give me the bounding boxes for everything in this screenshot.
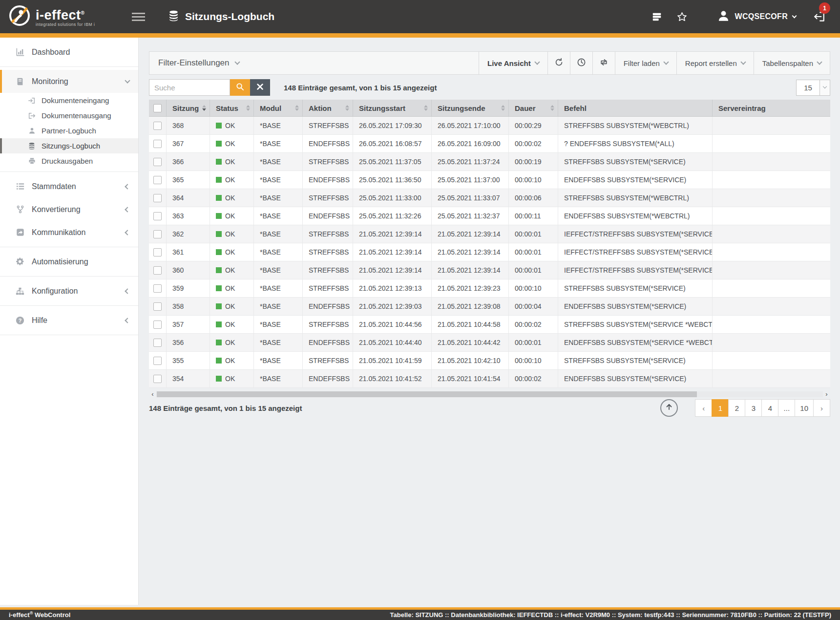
previous-page-button[interactable]: ‹ xyxy=(695,399,712,417)
table-row[interactable]: 356 OK *BASE ENDEFFSBS 21.05.2021 10:44:… xyxy=(149,334,830,352)
journal-icon xyxy=(15,77,25,86)
row-checkbox[interactable] xyxy=(153,122,162,130)
row-checkbox[interactable] xyxy=(153,140,162,148)
report-create-button[interactable]: Report erstellen xyxy=(676,52,754,74)
table-row[interactable]: 354 OK *BASE ENDEFFSBS 21.05.2021 10:41:… xyxy=(149,370,830,388)
sidebar-item-dokumentenausgang[interactable]: Dokumentenausgang xyxy=(0,108,138,123)
sort-icon xyxy=(202,105,206,111)
scroll-to-top-button[interactable] xyxy=(660,399,678,417)
server-list-icon[interactable] xyxy=(651,11,663,22)
page-button[interactable]: 3 xyxy=(745,399,762,417)
refresh-button[interactable] xyxy=(547,52,570,74)
hamburger-menu-icon[interactable] xyxy=(132,13,145,21)
sidebar-item-automatisierung[interactable]: Automatisierung xyxy=(0,250,138,273)
live-view-button[interactable]: Live Ansicht xyxy=(479,52,547,74)
cell-dauer: 00:00:01 xyxy=(509,334,558,351)
clear-search-button[interactable] xyxy=(250,79,270,96)
table-row[interactable]: 358 OK *BASE ENDEFFSBS 21.05.2021 12:39:… xyxy=(149,298,830,316)
table-row[interactable]: 355 OK *BASE STREFFSBS 21.05.2021 10:41:… xyxy=(149,352,830,370)
sidebar-item-dokumenteneingang[interactable]: Dokumenteneingang xyxy=(0,93,138,108)
sidebar-item-dashboard[interactable]: Dashboard xyxy=(0,41,138,64)
page-button[interactable]: ... xyxy=(778,399,795,417)
sidebar-item-konfiguration[interactable]: Konfiguration xyxy=(0,279,138,302)
i-effect-logo[interactable]: i-effect® integrated solutions for IBM i xyxy=(8,4,113,29)
column-header-aktion[interactable]: Aktion xyxy=(303,100,353,116)
cell-sitzungsende: 25.05.2021 11:32:37 xyxy=(432,207,509,225)
row-checkbox[interactable] xyxy=(153,158,162,166)
page-button[interactable]: 2 xyxy=(728,399,745,417)
row-checkbox[interactable] xyxy=(153,302,162,311)
cell-modul: *BASE xyxy=(254,189,303,207)
filter-load-button[interactable]: Filter laden xyxy=(615,52,676,74)
status-ok-indicator xyxy=(216,159,222,165)
column-header-status[interactable]: Status xyxy=(210,100,254,116)
sidebar-item-stammdaten[interactable]: Stammdaten xyxy=(0,175,138,198)
row-checkbox[interactable] xyxy=(153,339,162,347)
sidebar-item-druckausgaben[interactable]: Druckausgaben xyxy=(0,153,138,169)
page-button[interactable]: 1 xyxy=(712,399,729,417)
table-row[interactable]: 357 OK *BASE STREFFSBS 21.05.2021 10:44:… xyxy=(149,316,830,334)
column-header-sitzungsstart[interactable]: Sitzungsstart xyxy=(353,100,432,116)
cell-dauer: 00:00:02 xyxy=(509,370,558,387)
row-checkbox[interactable] xyxy=(153,194,162,202)
page-button[interactable]: 4 xyxy=(761,399,778,417)
table-row[interactable]: 364 OK *BASE STREFFSBS 25.05.2021 11:33:… xyxy=(149,189,830,207)
table-row[interactable]: 366 OK *BASE STREFFSBS 25.05.2021 11:37:… xyxy=(149,153,830,171)
sidebar-item-hilfe[interactable]: ? Hilfe xyxy=(0,309,138,332)
row-checkbox[interactable] xyxy=(153,375,162,383)
cell-aktion: ENDEFFSBS xyxy=(303,298,353,315)
clock-button[interactable] xyxy=(570,52,592,74)
cell-servereintrag xyxy=(713,117,830,134)
horizontal-scrollbar: ‹ › xyxy=(149,390,830,398)
row-checkbox[interactable] xyxy=(153,266,162,275)
table-row[interactable]: 362 OK *BASE STREFFSBS 21.05.2021 12:39:… xyxy=(149,225,830,243)
sidebar-item-kommunikation[interactable]: Kommunikation xyxy=(0,221,138,244)
scrollbar-thumb[interactable] xyxy=(157,391,697,397)
repeat-button[interactable] xyxy=(592,52,615,74)
row-checkbox[interactable] xyxy=(153,230,162,238)
user-menu[interactable]: WCQSECOFR xyxy=(717,9,796,24)
table-row[interactable]: 361 OK *BASE STREFFSBS 21.05.2021 12:39:… xyxy=(149,243,830,261)
table-row[interactable]: 367 OK *BASE ENDEFFSBS 26.05.2021 16:08:… xyxy=(149,135,830,153)
row-checkbox[interactable] xyxy=(153,284,162,293)
chevron-down-icon xyxy=(125,78,130,83)
table-row[interactable]: 363 OK *BASE ENDEFFSBS 25.05.2021 11:32:… xyxy=(149,207,830,225)
cell-modul: *BASE xyxy=(254,352,303,369)
cell-status: OK xyxy=(210,225,254,243)
scroll-right-arrow[interactable]: › xyxy=(823,390,830,398)
cell-servereintrag xyxy=(713,225,830,243)
column-header-befehl: Befehl xyxy=(558,100,713,116)
column-header-dauer[interactable]: Dauer xyxy=(509,100,558,116)
cell-servereintrag xyxy=(713,243,830,261)
page-size-select[interactable]: 15 xyxy=(796,80,830,96)
next-page-button[interactable]: › xyxy=(813,399,830,417)
clock-icon xyxy=(577,58,586,68)
table-row[interactable]: 365 OK *BASE ENDEFFSBS 25.05.2021 11:36:… xyxy=(149,171,830,189)
search-button[interactable] xyxy=(230,79,250,96)
favorites-star-icon[interactable] xyxy=(676,11,688,22)
scrollbar-track[interactable] xyxy=(156,391,823,397)
column-header-modul[interactable]: Modul xyxy=(254,100,303,116)
sidebar-item-sitzungs-logbuch[interactable]: Sitzungs-Logbuch xyxy=(0,138,138,153)
sidebar-item-monitoring[interactable]: Monitoring xyxy=(0,70,138,93)
sidebar-item-konvertierung[interactable]: Konvertierung xyxy=(0,198,138,221)
search-input[interactable] xyxy=(149,79,230,96)
table-row[interactable]: 368 OK *BASE STREFFSBS 26.05.2021 17:09:… xyxy=(149,117,830,135)
row-checkbox[interactable] xyxy=(153,248,162,257)
select-all-checkbox[interactable] xyxy=(153,104,162,112)
row-checkbox[interactable] xyxy=(153,357,162,365)
column-header-sitzung[interactable]: Sitzung xyxy=(167,100,210,116)
cell-sitzungsstart: 26.05.2021 16:08:57 xyxy=(353,135,432,152)
filter-settings-toggle[interactable]: Filter-Einstellungen xyxy=(149,52,248,74)
notification-badge[interactable]: 1 xyxy=(819,2,830,14)
table-columns-button[interactable]: Tabellenspalten xyxy=(754,52,830,74)
sidebar-item-partner-logbuch[interactable]: Partner-Logbuch xyxy=(0,123,138,138)
table-row[interactable]: 359 OK *BASE STREFFSBS 21.05.2021 12:39:… xyxy=(149,279,830,298)
scroll-left-arrow[interactable]: ‹ xyxy=(149,390,156,398)
table-row[interactable]: 360 OK *BASE STREFFSBS 21.05.2021 12:39:… xyxy=(149,261,830,279)
page-button[interactable]: 10 xyxy=(795,399,814,417)
row-checkbox[interactable] xyxy=(153,321,162,329)
row-checkbox[interactable] xyxy=(153,176,162,184)
row-checkbox[interactable] xyxy=(153,212,162,220)
column-header-sitzungsende[interactable]: Sitzungsende xyxy=(432,100,509,116)
